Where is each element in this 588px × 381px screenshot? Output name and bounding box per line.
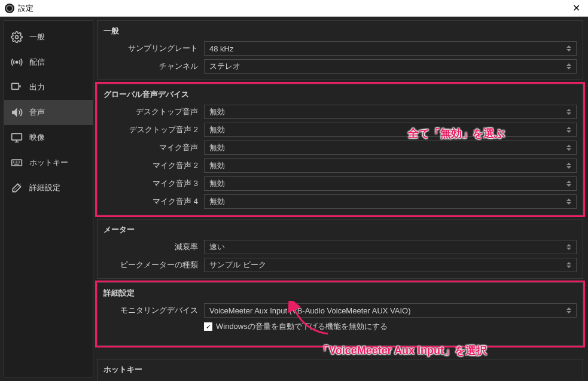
sidebar-item-label: 映像: [29, 132, 45, 143]
section-title: メーター: [103, 224, 577, 235]
sidebar-item-label: ホットキー: [29, 157, 68, 168]
dropdown-desktop-audio-2[interactable]: 無効: [204, 123, 577, 137]
dropdown-mic-audio-1[interactable]: 無効: [204, 141, 577, 155]
monitor-icon: [10, 131, 23, 144]
dropdown-sample-rate[interactable]: 48 kHz: [204, 41, 577, 56]
label-monitoring-device: モニタリングデバイス: [103, 305, 204, 316]
svg-rect-3: [12, 133, 22, 140]
sidebar-item-advanced[interactable]: 詳細設定: [4, 175, 93, 200]
gear-icon: [10, 31, 23, 44]
label-desktop-audio-1: デスクトップ音声: [103, 106, 204, 117]
speaker-icon: [10, 106, 23, 119]
sidebar-item-general[interactable]: 一般: [4, 25, 93, 50]
dropdown-mic-audio-3[interactable]: 無効: [204, 176, 577, 191]
window-titlebar: 設定 ✕: [0, 0, 588, 17]
section-title: ホットキー: [103, 364, 577, 375]
checkbox-label: Windowsの音量を自動で下げる機能を無効にする: [216, 321, 388, 332]
dropdown-peak-meter-type[interactable]: サンプル ピーク: [204, 258, 577, 272]
label-channel: チャンネル: [103, 61, 204, 72]
dropdown-mic-audio-4[interactable]: 無効: [204, 194, 577, 209]
svg-point-1: [16, 61, 17, 63]
close-button[interactable]: ✕: [564, 0, 588, 17]
label-sample-rate: サンプリングレート: [103, 43, 204, 54]
dropdown-monitoring-device[interactable]: VoiceMeeter Aux Input (VB-Audio VoiceMee…: [204, 303, 577, 318]
sidebar-item-label: 配信: [29, 57, 45, 68]
dropdown-desktop-audio-1[interactable]: 無効: [204, 105, 577, 119]
chevron-updown-icon: [564, 258, 574, 272]
label-decay-rate: 減衰率: [103, 242, 204, 252]
chevron-updown-icon: [564, 42, 574, 55]
label-peak-meter-type: ピークメーターの種類: [103, 260, 204, 270]
label-mic-audio-2: マイク音声 2: [103, 160, 204, 171]
chevron-updown-icon: [564, 123, 574, 136]
label-mic-audio-4: マイク音声 4: [103, 196, 204, 207]
tools-icon: [10, 181, 23, 194]
sidebar-item-output[interactable]: 出力: [4, 75, 93, 100]
chevron-updown-icon: [564, 304, 574, 317]
section-title: 一般: [103, 26, 577, 36]
sidebar-item-label: 詳細設定: [29, 182, 60, 193]
chevron-updown-icon: [564, 177, 574, 190]
chevron-updown-icon: [564, 105, 574, 118]
svg-rect-2: [12, 83, 19, 89]
dropdown-channel[interactable]: ステレオ: [204, 59, 577, 74]
section-title: 詳細設定: [103, 288, 577, 298]
sidebar-item-stream[interactable]: 配信: [4, 50, 93, 75]
sidebar-item-label: 音声: [29, 107, 45, 118]
section-title: グローバル音声デバイス: [103, 89, 577, 100]
section-general: 一般 サンプリングレート 48 kHz チャンネル ステレオ: [97, 20, 583, 80]
settings-content: 一般 サンプリングレート 48 kHz チャンネル ステレオ 全て「無効」を選ぶ…: [93, 17, 588, 381]
label-mic-audio-1: マイク音声: [103, 142, 204, 153]
chevron-updown-icon: [564, 141, 574, 154]
section-meter: メーター 減衰率 速い ピークメーターの種類 サンプル ピーク: [97, 219, 583, 279]
label-desktop-audio-2: デスクトップ音声 2: [103, 124, 204, 135]
chevron-updown-icon: [564, 195, 574, 208]
dropdown-mic-audio-2[interactable]: 無効: [204, 159, 577, 173]
section-hotkey: ホットキー ASIO input プッシュミュートを有効にする プッシュミュート…: [97, 359, 583, 381]
chevron-updown-icon: [564, 240, 574, 254]
sidebar-item-label: 一般: [29, 32, 45, 42]
keyboard-icon: [10, 156, 23, 169]
dropdown-decay-rate[interactable]: 速い: [204, 240, 577, 254]
sidebar-item-audio[interactable]: 音声: [4, 100, 93, 125]
sidebar-item-hotkeys[interactable]: ホットキー: [4, 150, 93, 175]
window-title: 設定: [18, 3, 33, 14]
chevron-updown-icon: [564, 159, 574, 172]
output-icon: [10, 81, 23, 94]
obs-logo-icon: [5, 4, 14, 13]
section-global-audio: 全て「無効」を選ぶ グローバル音声デバイス デスクトップ音声 無効 デスクトップ…: [97, 84, 583, 215]
sidebar-item-video[interactable]: 映像: [4, 125, 93, 150]
section-advanced: 詳細設定 モニタリングデバイス VoiceMeeter Aux Input (V…: [97, 282, 583, 346]
broadcast-icon: [10, 56, 23, 69]
sidebar-item-label: 出力: [29, 82, 45, 93]
label-mic-audio-3: マイク音声 3: [103, 178, 204, 189]
settings-sidebar: 一般 配信 出力 音声 映像: [4, 20, 93, 377]
svg-point-0: [16, 36, 19, 39]
chevron-updown-icon: [564, 60, 574, 73]
checkbox-disable-win-ducking[interactable]: ✓: [204, 322, 212, 331]
